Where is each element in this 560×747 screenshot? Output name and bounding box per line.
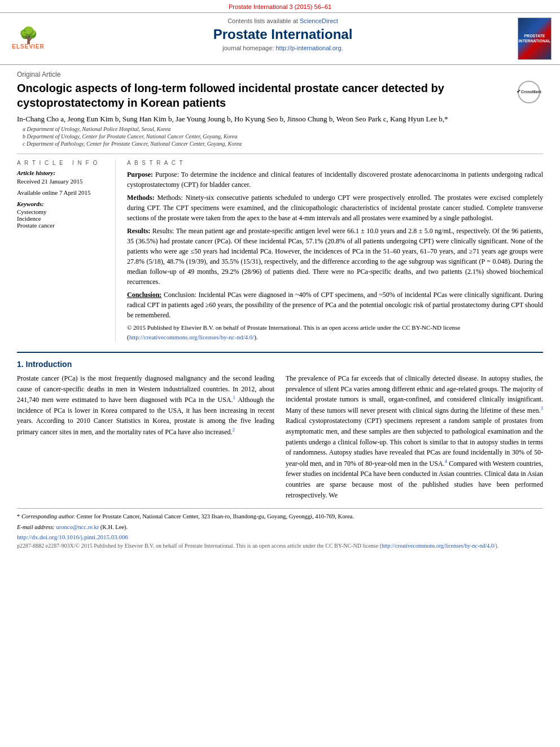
journal-ref: Prostate International 3 (2015) 56–61 (0, 0, 560, 12)
keywords-label: Keywords: (17, 200, 108, 207)
crossmark-badge: ✔CrossMark (518, 81, 540, 103)
abstract-conclusion: Conclusion: Conclusion: Incidental PCas … (127, 290, 543, 320)
sciencedirect-link[interactable]: ScienceDirect (300, 18, 338, 24)
article-title: Oncologic aspects of long-term followed … (17, 81, 543, 110)
affiliations: a Department of Urology, National Police… (17, 126, 543, 147)
open-access-text: p2287-8882 e2287-903X/© 2015 Published b… (17, 543, 543, 549)
abstract-purpose: Purpose: Purpose: To determine the incid… (127, 169, 543, 190)
intro-text-left: Prostate cancer (PCa) is the most freque… (17, 373, 274, 438)
homepage-url[interactable]: http://p-international.org. (275, 45, 343, 51)
header-center: Contents lists available at ScienceDirec… (51, 18, 515, 60)
doi-anchor[interactable]: http://dx.doi.org/10.1016/j.pinti.2015.0… (17, 534, 128, 540)
intro-col-left: Prostate cancer (PCa) is the most freque… (17, 373, 274, 500)
history-label: Article history: (17, 169, 108, 176)
open-access-link[interactable]: http://creativecommons.org/licenses/by-n… (382, 543, 495, 549)
abstract-methods: Methods: Methods: Ninety-six consecutive… (127, 193, 543, 223)
intro-col-right: The prevalence of PCa far exceeds that o… (286, 373, 543, 500)
authors: In-Chang Cho a, Jeong Eun Kim b, Sung Ha… (17, 115, 543, 124)
corresponding-author: * Corresponding author. Center for Prost… (17, 512, 543, 521)
article-info-heading: A R T I C L E I N F O (17, 160, 108, 166)
elsevier-label: ELSEVIER (12, 43, 44, 50)
article-info-col: A R T I C L E I N F O Article history: R… (17, 160, 116, 342)
affiliation-c: c Department of Pathology, Center for Pr… (17, 141, 543, 147)
doi-link: http://dx.doi.org/10.1016/j.pinti.2015.0… (17, 534, 543, 540)
homepage-link: journal homepage: http://p-international… (56, 45, 509, 51)
keyword-3: Prostate cancer (17, 222, 108, 229)
info-abstract-section: A R T I C L E I N F O Article history: R… (17, 154, 543, 342)
elsevier-logo: 🌳 ELSEVIER (6, 18, 51, 60)
crossmark-icon: ✔CrossMark (518, 81, 543, 106)
intro-two-col: Prostate cancer (PCa) is the most freque… (17, 373, 543, 500)
available-date: Available online 7 April 2015 (17, 189, 108, 196)
journal-cover: PROSTATEINTERNATIONAL (515, 18, 554, 60)
email-footnote: E-mail address: uronco@ncc.re.kr (K.H. L… (17, 523, 543, 532)
sciencedirect-text: Contents lists available at ScienceDirec… (56, 18, 509, 24)
affiliation-b: b Department of Urology, Center for Pros… (17, 133, 543, 139)
keyword-2: Incidence (17, 215, 108, 222)
elsevier-tree-icon: 🌳 (19, 28, 38, 43)
license-link[interactable]: http://creativecommons.org/licenses/by-n… (129, 334, 255, 340)
cover-image: PROSTATEINTERNATIONAL (518, 18, 552, 60)
received-date: Received 21 January 2015 (17, 178, 108, 185)
abstract-col: A B S T R A C T Purpose: Purpose: To det… (127, 160, 543, 342)
journal-title: Prostate International (56, 27, 509, 42)
article-main: Original Article Oncologic aspects of lo… (0, 65, 560, 554)
email-link[interactable]: uronco@ncc.re.kr (56, 524, 99, 530)
keyword-1: Cystectomy (17, 208, 108, 215)
abstract-copyright: © 2015 Published by Elsevier B.V. on beh… (127, 323, 543, 342)
affiliation-a: a Department of Urology, National Police… (17, 126, 543, 132)
journal-header: 🌳 ELSEVIER Contents lists available at S… (0, 12, 560, 65)
article-type: Original Article (17, 71, 543, 78)
footnote-section: * Corresponding author. Center for Prost… (17, 508, 543, 549)
intro-heading: 1. Introduction (17, 360, 543, 369)
abstract-results: Results: Results: The mean patient age a… (127, 226, 543, 287)
intro-section: 1. Introduction Prostate cancer (PCa) is… (17, 352, 543, 500)
intro-text-right: The prevalence of PCa far exceeds that o… (286, 373, 543, 500)
abstract-heading: A B S T R A C T (127, 160, 543, 166)
